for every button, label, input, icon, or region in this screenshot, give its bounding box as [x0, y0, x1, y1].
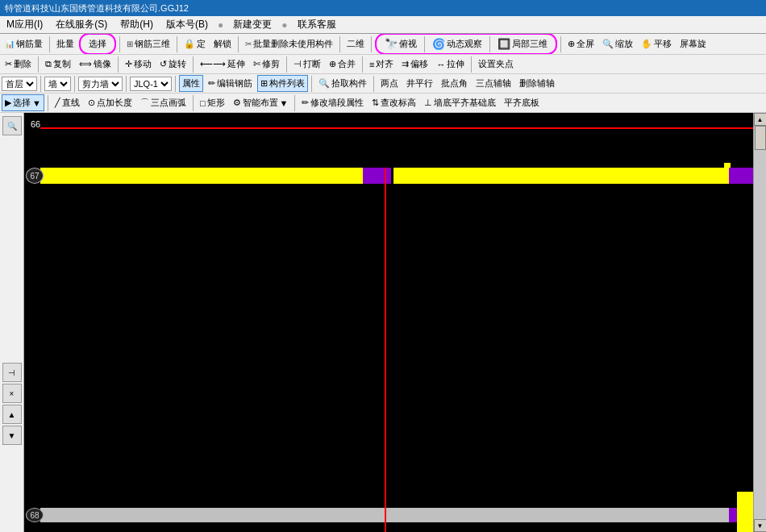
id-select[interactable]: JLQ-1: [130, 77, 172, 91]
black-bottom-area: [24, 522, 753, 532]
btn-dynamic-view[interactable]: 🌀动态观察: [429, 35, 485, 52]
scroll-thumb[interactable]: [755, 126, 766, 150]
btn-2d[interactable]: 二维: [343, 35, 368, 52]
btn-parallel[interactable]: 井平行: [403, 75, 436, 92]
btn-batch-del[interactable]: ✂批量删除未使用构件: [242, 35, 336, 52]
btn-local-3d[interactable]: 🔲局部三维: [494, 35, 551, 52]
btn-trim[interactable]: ✄修剪: [250, 56, 283, 73]
left-btn-up[interactable]: ▲: [2, 405, 22, 424]
purple-block-67-right: [729, 168, 753, 184]
btn-point-angle[interactable]: 批点角: [438, 75, 471, 92]
row-68-bar: [40, 508, 753, 522]
sep3: [193, 56, 194, 73]
btn-steel-qty[interactable]: 📊钢筋量: [2, 35, 46, 52]
btn-offset[interactable]: ⇉偏移: [398, 56, 431, 73]
toolbar-row-3: 首层 墙 剪力墙 JLQ-1 属性 ✏编辑钢筋 ⊞构件列表 🔍拾取构件 两点 井…: [0, 74, 766, 94]
menu-help[interactable]: 帮助(H): [117, 16, 156, 33]
sep: [49, 36, 50, 52]
menu-m-app[interactable]: M应用(I): [3, 16, 46, 33]
sep-v: [424, 36, 425, 52]
btn-3pt-aux[interactable]: 三点辅轴: [473, 75, 514, 92]
btn-fullscreen[interactable]: ⊕全屏: [564, 35, 597, 52]
left-btn-down[interactable]: ▼: [2, 426, 22, 445]
btn-check-elevation[interactable]: ⇅查改标高: [368, 94, 419, 111]
btn-align-bottom[interactable]: 平齐底板: [501, 94, 543, 111]
btn-rectangle[interactable]: □矩形: [197, 94, 228, 111]
sep2: [74, 76, 75, 92]
btn-extend[interactable]: ⟵⟶延伸: [197, 56, 248, 73]
menu-online[interactable]: 在线服务(S): [52, 16, 110, 33]
sep: [48, 95, 48, 111]
btn-mirror[interactable]: ⟺镜像: [76, 56, 114, 73]
toolbar-row-1: 📊钢筋量 批量 选择 ⊞钢筋三维 🔒定 解锁 ✂批量删除未使用构件 二维 🔭俯视…: [0, 34, 766, 55]
purple-block-67-center: [363, 168, 391, 184]
btn-3pt-arc[interactable]: ⌒三点画弧: [137, 94, 189, 111]
btn-pan[interactable]: ✋平移: [638, 35, 675, 52]
btn-wall-bottom-foundation[interactable]: ⊥墙底平齐基础底: [421, 94, 499, 111]
sep2: [193, 95, 194, 111]
row-67-label: 67: [26, 168, 44, 184]
btn-move[interactable]: ✛移动: [122, 56, 155, 73]
left-btn-x2[interactable]: ×: [2, 384, 22, 403]
btn-select-tool[interactable]: ▶选择▼: [2, 94, 44, 111]
menu-version[interactable]: 版本号(B): [163, 16, 211, 33]
row-68-label: 68: [26, 508, 44, 522]
sep3: [294, 95, 295, 111]
btn-smart-layout[interactable]: ⚙智能布置▼: [230, 94, 292, 111]
btn-rotate-screen[interactable]: 屏幕旋: [676, 35, 710, 52]
scroll-up-btn[interactable]: ▲: [754, 113, 767, 126]
btn-zoom[interactable]: 🔍缩放: [599, 35, 636, 52]
btn-line[interactable]: ╱直线: [52, 94, 83, 111]
floor-select[interactable]: 首层: [2, 77, 37, 91]
btn-edit-steel[interactable]: ✏编辑钢筋: [205, 75, 256, 92]
subtype-select[interactable]: 剪力墙: [78, 77, 123, 91]
btn-rotate[interactable]: ↺旋转: [156, 56, 189, 73]
menu-contact[interactable]: 联系客服: [294, 16, 339, 33]
btn-stretch[interactable]: ↔拉伸: [433, 56, 468, 73]
row-66-label: 66: [31, 119, 40, 129]
menu-sep1: ●: [218, 19, 223, 31]
btn-lock[interactable]: 🔒定: [181, 35, 209, 52]
yellow-bar-67-left: [40, 168, 363, 184]
btn-pick-member[interactable]: 🔍拾取构件: [315, 75, 370, 92]
btn-member-list[interactable]: ⊞构件列表: [257, 75, 308, 92]
btn-del-aux[interactable]: 删除辅轴: [516, 75, 558, 92]
left-btn-x1[interactable]: ⊣: [2, 363, 22, 382]
btn-property[interactable]: 属性: [179, 75, 203, 92]
btn-merge[interactable]: ⊕合并: [326, 56, 359, 73]
left-btn-search[interactable]: 🔍: [2, 116, 22, 135]
view-highlight-group: 🔭俯视 🌀动态观察 🔲局部三维: [375, 34, 557, 55]
btn-break[interactable]: ⊣打断: [290, 56, 324, 73]
btn-grip-point[interactable]: 设置夹点: [475, 56, 517, 73]
btn-batch[interactable]: 批量: [53, 35, 77, 52]
row-66-red-line: [40, 127, 753, 129]
btn-unlock[interactable]: 解锁: [210, 35, 235, 52]
btn-copy[interactable]: ⧉复制: [42, 56, 74, 73]
toolbar-row-2: ✂删除 ⧉复制 ⟺镜像 ✛移动 ↺旋转 ⟵⟶延伸 ✄修剪 ⊣打断 ⊕合并 ≡对齐…: [0, 55, 766, 74]
btn-align[interactable]: ≡对齐: [366, 56, 397, 73]
title-text: 特管道科技\山东国绣管道科技有限公司.GGJ12: [5, 2, 189, 15]
btn-select[interactable]: 选择: [85, 35, 110, 52]
sep2: [118, 56, 119, 73]
btn-point-length[interactable]: ⊙点加长度: [85, 94, 135, 111]
menu-new-change[interactable]: 新建变更: [230, 16, 275, 33]
btn-top-view[interactable]: 🔭俯视: [381, 35, 420, 52]
scroll-track[interactable]: [754, 126, 766, 519]
sep5: [311, 76, 312, 92]
sep5: [362, 56, 363, 73]
yellow-bar-67-right: [393, 168, 729, 184]
btn-delete[interactable]: ✂删除: [2, 56, 35, 73]
btn-two-point[interactable]: 两点: [377, 75, 402, 92]
menu-sep2: ●: [281, 19, 287, 31]
btn-modify-wall-attr[interactable]: ✏修改墙段属性: [298, 94, 367, 111]
sep6: [471, 56, 472, 73]
scroll-down-btn[interactable]: ▼: [754, 519, 767, 532]
element-select[interactable]: 墙: [44, 77, 71, 91]
sep7: [560, 36, 561, 52]
sep-v2: [489, 36, 490, 52]
sep4: [286, 56, 287, 73]
btn-steel-3d[interactable]: ⊞钢筋三维: [123, 35, 173, 52]
sep3: [177, 36, 177, 52]
sep6: [373, 76, 374, 92]
title-bar: 特管道科技\山东国绣管道科技有限公司.GGJ12: [0, 0, 766, 16]
